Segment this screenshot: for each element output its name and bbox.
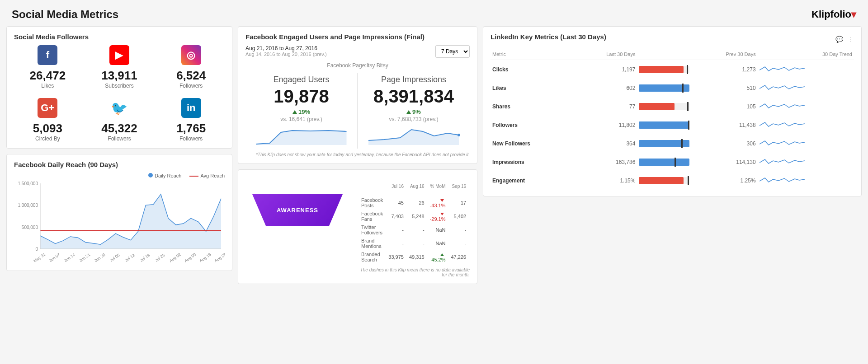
follower-googleplus[interactable]: G+ 5,093 Circled By <box>14 98 81 142</box>
comment-icon[interactable]: 💬 <box>835 36 843 43</box>
follower-twitter[interactable]: 🐦 45,322 Followers <box>86 98 153 142</box>
follower-value: 5,093 <box>14 121 81 135</box>
linkedin-table: MetricLast 30 DaysPrev 30 Days30 Day Tre… <box>491 49 854 190</box>
aw-row: Branded Search33,97549,31545.2%47,226-4.… <box>359 250 470 264</box>
li-header: Metric <box>491 49 573 60</box>
svg-text:1,500,000: 1,500,000 <box>18 181 38 186</box>
impressions-sparkline <box>362 127 465 145</box>
follower-label: Circled By <box>14 135 81 142</box>
awareness-table: Jul 16Aug 16% MoMSep 16% MoMOct 16% MoMN… <box>359 176 470 264</box>
engaged-users-value: 19,878 <box>250 86 353 107</box>
aw-header: Sep 16 <box>448 176 469 196</box>
aw-row: Facebook Posts4526-43.1%17-35.5%171.8%16… <box>359 196 470 210</box>
follower-instagram[interactable]: ◎ 6,524 Followers <box>157 45 225 89</box>
facebook-icon: f <box>38 45 57 65</box>
svg-text:Aug 16: Aug 16 <box>198 252 212 262</box>
li-header: Last 30 Days <box>573 49 637 60</box>
legend-avg: Avg Reach <box>189 173 225 178</box>
aw-header: Jul 16 <box>386 176 406 196</box>
trend-sparkline <box>758 116 854 134</box>
awareness-funnel: AWARENESS <box>245 190 349 230</box>
engaged-card: Facebook Engaged Users and Page Impressi… <box>238 26 477 164</box>
up-arrow-icon <box>292 110 297 114</box>
svg-text:Jul 19: Jul 19 <box>139 253 151 262</box>
li-row-clicks: Clicks1,197 1,273 <box>491 60 854 79</box>
page-title: Social Media Metrics <box>12 8 118 21</box>
twitter-icon: 🐦 <box>109 98 129 118</box>
svg-text:Jun 07: Jun 07 <box>48 252 61 262</box>
awareness-card: AWARENESS Jul 16Aug 16% MoMSep 16% MoMOc… <box>238 169 477 284</box>
li-row-engagement: Engagement1.15% 1.25% <box>491 171 854 190</box>
svg-text:Aug 02: Aug 02 <box>169 252 182 262</box>
li-row-likes: Likes602 510 <box>491 79 854 97</box>
aw-header: % MoM <box>427 176 448 196</box>
trend-sparkline <box>758 79 854 97</box>
li-row-new-followers: New Followers364 306 <box>491 134 854 153</box>
li-row-shares: Shares77 105 <box>491 97 854 116</box>
linkedin-icon: in <box>181 98 201 118</box>
followers-title: Social Media Followers <box>14 33 225 41</box>
page-impressions-value: 8,391,834 <box>362 86 465 107</box>
reach-chart: 0500,0001,000,0001,500,000May 31Jun 07Ju… <box>14 181 225 262</box>
period-dropdown[interactable]: 7 Days <box>435 45 470 58</box>
aw-header: % MoM <box>469 176 470 196</box>
engaged-sparkline <box>250 127 353 145</box>
aw-header <box>359 176 386 196</box>
svg-text:Jul 05: Jul 05 <box>109 253 120 262</box>
li-header <box>637 49 691 60</box>
svg-text:Jul 12: Jul 12 <box>124 253 136 262</box>
trend-sparkline <box>758 97 854 116</box>
follower-youtube[interactable]: ▶ 13,911 Subscribers <box>86 45 153 89</box>
svg-point-20 <box>458 134 460 136</box>
svg-text:1,000,000: 1,000,000 <box>18 203 38 208</box>
follower-facebook[interactable]: f 26,472 Likes <box>14 45 81 89</box>
svg-text:Aug 23: Aug 23 <box>214 252 225 262</box>
page-impressions-col: Page Impressions 8,391,834 9% vs. 7,688,… <box>358 73 470 149</box>
svg-text:Jun 21: Jun 21 <box>78 252 91 262</box>
googleplus-icon: G+ <box>38 98 57 118</box>
trend-sparkline <box>758 60 854 79</box>
svg-text:May 31: May 31 <box>33 252 46 262</box>
instagram-icon: ◎ <box>181 45 201 65</box>
linkedin-title: LinkedIn Key Metrics (Last 30 Days) <box>491 33 606 41</box>
follower-label: Followers <box>86 135 153 142</box>
date-range-prev: Aug 14, 2016 to Aug 20, 2016 (prev.) <box>245 51 327 57</box>
more-icon[interactable]: ⋮ <box>848 36 854 43</box>
legend-daily: Daily Reach <box>148 173 181 178</box>
date-range-current: Aug 21, 2016 to Aug 27, 2016 <box>245 45 327 51</box>
aw-header: Aug 16 <box>406 176 427 196</box>
follower-value: 6,524 <box>157 69 225 83</box>
follower-value: 1,765 <box>157 121 225 135</box>
follower-label: Subscribers <box>86 83 153 89</box>
up-arrow-icon <box>440 253 444 256</box>
svg-text:500,000: 500,000 <box>22 225 38 230</box>
follower-label: Likes <box>14 83 81 89</box>
li-row-followers: Followers11,802 11,438 <box>491 116 854 134</box>
trend-sparkline <box>758 153 854 171</box>
aw-row: Facebook Fans7,4035,248-29.1%5,4022.9%3,… <box>359 210 470 223</box>
follower-value: 13,911 <box>86 69 153 83</box>
awareness-note: The dashes in this Klip mean there is no… <box>359 267 470 277</box>
aw-row: Brand Mentions--NaN-NaN-NaN-NaN3,053 <box>359 237 470 250</box>
linkedin-card: LinkedIn Key Metrics (Last 30 Days) 💬 ⋮ … <box>483 26 862 196</box>
aw-row: Twitter Followers--NaN-NaN-NaN-NaN9,930 <box>359 223 470 237</box>
svg-text:Jun 14: Jun 14 <box>63 252 76 262</box>
followers-card: Social Media Followers f 26,472 Likes ▶ … <box>6 26 232 149</box>
trend-sparkline <box>758 171 854 190</box>
follower-linkedin[interactable]: in 1,765 Followers <box>157 98 225 142</box>
facebook-page-name: Facebook Page:Itsy Bitsy <box>245 62 470 69</box>
down-arrow-icon <box>440 199 444 202</box>
li-row-impressions: Impressions163,786 114,130 <box>491 153 854 171</box>
svg-text:Jul 26: Jul 26 <box>154 253 165 262</box>
reach-title: Facebook Daily Reach (90 Days) <box>14 161 225 168</box>
svg-text:Jun 28: Jun 28 <box>94 252 106 262</box>
svg-text:0: 0 <box>35 247 38 252</box>
follower-value: 45,322 <box>86 121 153 135</box>
engaged-title: Facebook Engaged Users and Page Impressi… <box>245 33 470 41</box>
li-header: 30 Day Trend <box>758 49 854 60</box>
follower-value: 26,472 <box>14 69 81 83</box>
reach-card: Facebook Daily Reach (90 Days) Daily Rea… <box>6 154 232 271</box>
li-header: Prev 30 Days <box>691 49 757 60</box>
follower-label: Followers <box>157 83 225 89</box>
up-arrow-icon <box>406 110 411 114</box>
